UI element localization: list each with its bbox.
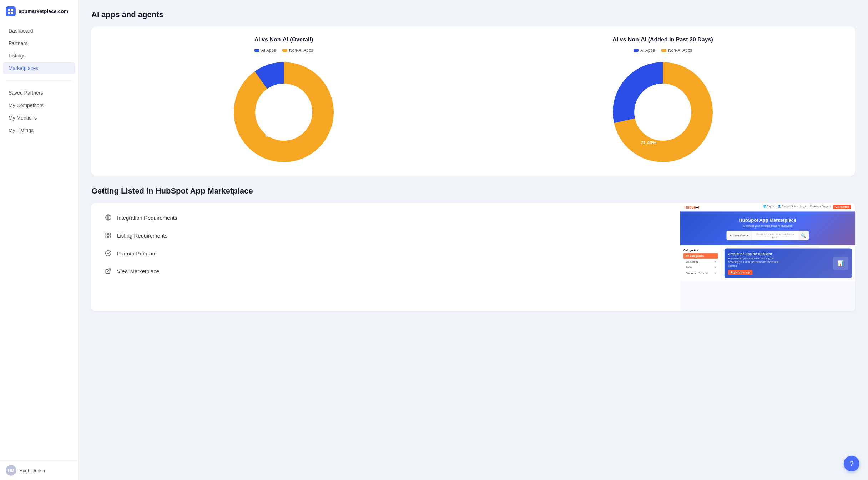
- chart-overall-title: AI vs Non-AI (Overall): [254, 36, 313, 43]
- mp-cat-customer-service[interactable]: Customer Service ›: [683, 270, 718, 276]
- getting-listed-card: Integration Requirements Listing Require…: [91, 203, 855, 311]
- mp-search-input[interactable]: Search app name or business need...: [751, 231, 798, 240]
- listing-item-integration[interactable]: Integration Requirements: [104, 214, 667, 221]
- legend-ai-label: AI Apps: [261, 48, 276, 53]
- legend-non-ai-30days: Non-AI Apps: [661, 48, 692, 53]
- sidebar-item-marketplaces[interactable]: Marketplaces: [3, 62, 75, 74]
- mp-categories: Categories All categories Marketing › Sa…: [680, 245, 721, 281]
- mp-cat-all[interactable]: All categories: [683, 253, 718, 259]
- mp-search-category[interactable]: All categories ▾: [727, 231, 752, 240]
- mp-get-started[interactable]: Get started: [833, 205, 851, 209]
- mp-search: All categories ▾ Search app name or busi…: [727, 231, 809, 240]
- view-marketplace-label: View Marketplace: [117, 268, 159, 274]
- grid-listing-icon: [104, 231, 112, 239]
- sidebar-item-my-listings[interactable]: My Listings: [3, 124, 75, 136]
- mp-contact: 👤 Contact Sales: [778, 205, 797, 209]
- listing-requirements-label: Listing Requirements: [117, 232, 167, 239]
- charts-row: AI vs Non-AI (Overall) AI Apps Non-AI Ap…: [101, 36, 845, 166]
- sidebar-item-dashboard[interactable]: Dashboard: [3, 25, 75, 37]
- marketplace-preview-inner: HubSp●t 🌐 English 👤 Contact Sales Log in…: [680, 203, 855, 281]
- chart-30days-title: AI vs Non-AI (Added in Past 30 Days): [612, 36, 713, 43]
- integration-requirements-label: Integration Requirements: [117, 215, 177, 221]
- sidebar-item-listings[interactable]: Listings: [3, 50, 75, 62]
- svg-text:71.43%: 71.43%: [641, 140, 657, 145]
- svg-rect-16: [109, 233, 111, 235]
- listing-item-view[interactable]: View Marketplace: [104, 267, 667, 275]
- mp-english: 🌐 English: [763, 205, 775, 209]
- svg-text:9.94%: 9.94%: [286, 95, 299, 101]
- sidebar-item-my-mentions[interactable]: My Mentions: [3, 112, 75, 124]
- mp-search-button[interactable]: 🔍: [798, 231, 809, 240]
- chart-30days-legend: AI Apps Non-AI Apps: [634, 48, 692, 53]
- ai-charts-card: AI vs Non-AI (Overall) AI Apps Non-AI Ap…: [91, 26, 855, 176]
- legend-ai-dot: [254, 49, 259, 52]
- mp-topbar-actions: 🌐 English 👤 Contact Sales Log in Custome…: [763, 205, 851, 209]
- external-link-icon: [104, 267, 112, 275]
- logo-area: appmarketplace.com: [0, 0, 78, 21]
- mp-hero: HubSpot App Marketplace Connect your fav…: [680, 211, 855, 245]
- svg-text:28.57%: 28.57%: [673, 101, 689, 106]
- nav-divider: [6, 80, 72, 81]
- chart-overall: AI vs Non-AI (Overall) AI Apps Non-AI Ap…: [101, 36, 466, 166]
- mp-topbar: HubSp●t 🌐 English 👤 Contact Sales Log in…: [680, 203, 855, 211]
- svg-text:90.06%: 90.06%: [265, 133, 281, 138]
- listing-item-partner[interactable]: Partner Program: [104, 249, 667, 257]
- chart-overall-legend: AI Apps Non-AI Apps: [254, 48, 313, 53]
- svg-rect-15: [106, 233, 107, 235]
- legend-ai-overall: AI Apps: [254, 48, 276, 53]
- mp-featured-title: Amplitude App for HubSpot: [728, 252, 779, 256]
- user-name: Hugh Durkin: [19, 468, 45, 473]
- mp-featured-cta[interactable]: Explore the app: [728, 270, 752, 275]
- mp-cat-sales[interactable]: Sales ›: [683, 264, 718, 270]
- mp-hero-subtitle: Connect your favorite tools to HubSpot: [685, 224, 850, 228]
- legend-non-ai-30days-label: Non-AI Apps: [668, 48, 692, 53]
- sidebar-item-partners[interactable]: Partners: [3, 37, 75, 49]
- svg-rect-2: [8, 12, 10, 14]
- chart-30days: AI vs Non-AI (Added in Past 30 Days) AI …: [480, 36, 845, 166]
- legend-ai-30days-label: AI Apps: [640, 48, 655, 53]
- partner-program-label: Partner Program: [117, 250, 157, 256]
- listing-item-listing[interactable]: Listing Requirements: [104, 231, 667, 239]
- svg-rect-18: [109, 236, 111, 238]
- donut-chart-overall: 9.94% 90.06%: [230, 59, 337, 166]
- mp-cat-marketing[interactable]: Marketing ›: [683, 259, 718, 264]
- sidebar: appmarketplace.com Dashboard Partners Li…: [0, 0, 79, 480]
- sidebar-item-saved-partners[interactable]: Saved Partners: [3, 87, 75, 99]
- mp-featured-text: Amplitude App for HubSpot Elevate your p…: [728, 252, 779, 275]
- check-circle-icon: [104, 249, 112, 257]
- legend-non-ai-dot: [282, 49, 287, 52]
- mp-support: Customer Support: [810, 205, 831, 209]
- svg-point-14: [107, 217, 109, 219]
- donut-chart-30days: 28.57% 71.43%: [609, 59, 716, 166]
- main-content: AI apps and agents AI vs Non-AI (Overall…: [79, 0, 868, 480]
- ai-section: AI apps and agents AI vs Non-AI (Overall…: [91, 10, 855, 176]
- mp-featured-content: Amplitude App for HubSpot Elevate your p…: [721, 245, 855, 281]
- mp-login: Log in: [800, 205, 807, 209]
- svg-rect-0: [8, 9, 10, 11]
- legend-ai-30days-dot: [634, 49, 639, 52]
- sidebar-item-my-competitors[interactable]: My Competitors: [3, 99, 75, 111]
- chat-button[interactable]: ?: [844, 456, 859, 471]
- svg-point-11: [636, 85, 690, 139]
- legend-non-ai-30days-dot: [661, 49, 666, 52]
- primary-nav: Dashboard Partners Listings Marketplaces: [0, 21, 78, 78]
- logo-text: appmarketplace.com: [19, 9, 68, 14]
- mp-hero-title: HubSpot App Marketplace: [685, 218, 850, 223]
- getting-listed-title: Getting Listed in HubSpot App Marketplac…: [91, 186, 855, 196]
- avatar: HD: [6, 465, 16, 476]
- mp-body: Categories All categories Marketing › Sa…: [680, 245, 855, 281]
- gear-icon: [104, 214, 112, 221]
- svg-line-19: [108, 269, 111, 271]
- mp-featured-desc: Elevate your personalization strategy by…: [728, 257, 779, 268]
- svg-rect-17: [106, 236, 107, 238]
- mp-featured-image: 📊: [833, 257, 848, 270]
- ai-section-title: AI apps and agents: [91, 10, 855, 19]
- getting-listed-items: Integration Requirements Listing Require…: [91, 203, 680, 311]
- svg-rect-3: [11, 12, 13, 14]
- legend-non-ai-label: Non-AI Apps: [289, 48, 313, 53]
- mp-logo: HubSp●t: [685, 205, 700, 209]
- getting-listed-section: Getting Listed in HubSpot App Marketplac…: [91, 186, 855, 311]
- svg-point-6: [257, 85, 311, 139]
- logo-icon: [6, 6, 16, 16]
- user-profile[interactable]: HD Hugh Durkin: [0, 460, 78, 480]
